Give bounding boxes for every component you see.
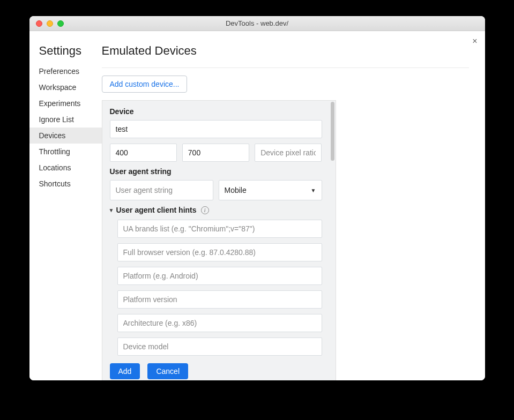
ua-brands-input[interactable] [117, 220, 322, 238]
device-dpr-input[interactable] [255, 144, 322, 162]
platform-version-input[interactable] [117, 290, 322, 309]
device-form: Device User agent string Mobile ▼ [102, 100, 330, 380]
traffic-lights [29, 20, 64, 27]
close-icon[interactable]: × [472, 36, 477, 46]
content-area: × Settings Preferences Workspace Experim… [29, 31, 485, 380]
titlebar: DevTools - web.dev/ [29, 16, 485, 31]
add-custom-device-button[interactable]: Add custom device... [102, 76, 188, 93]
window-minimize-button[interactable] [47, 20, 53, 27]
scrollbar[interactable] [330, 100, 336, 380]
sidebar-item-devices[interactable]: Devices [29, 128, 102, 144]
window-close-button[interactable] [36, 20, 42, 27]
device-section-label: Device [110, 107, 322, 116]
device-model-input[interactable] [117, 338, 322, 356]
window: DevTools - web.dev/ × Settings Preferenc… [29, 16, 485, 380]
client-hints-disclosure[interactable]: ▼ User agent client hints i [109, 206, 322, 214]
sidebar-item-locations[interactable]: Locations [29, 160, 102, 176]
ua-section-label: User agent string [110, 167, 322, 176]
ua-type-select[interactable]: Mobile ▼ [219, 180, 322, 200]
sidebar-item-throttling[interactable]: Throttling [29, 144, 102, 160]
ua-string-input[interactable] [110, 180, 213, 200]
sidebar-item-shortcuts[interactable]: Shortcuts [29, 176, 102, 192]
add-button[interactable]: Add [110, 363, 140, 379]
sidebar-item-preferences[interactable]: Preferences [29, 63, 102, 79]
sidebar-item-experiments[interactable]: Experiments [29, 95, 102, 111]
device-height-input[interactable] [182, 144, 249, 162]
sidebar: Settings Preferences Workspace Experimen… [29, 31, 102, 380]
device-name-input[interactable] [110, 120, 322, 138]
main: Emulated Devices Add custom device... De… [102, 31, 485, 380]
platform-input[interactable] [117, 267, 322, 285]
sidebar-item-workspace[interactable]: Workspace [29, 79, 102, 95]
window-zoom-button[interactable] [57, 20, 64, 27]
ua-type-value: Mobile [225, 186, 247, 194]
cancel-button[interactable]: Cancel [147, 363, 188, 379]
chevron-down-icon: ▼ [311, 188, 316, 193]
sidebar-item-ignore-list[interactable]: Ignore List [29, 111, 102, 128]
window-title: DevTools - web.dev/ [29, 19, 485, 27]
scrollbar-thumb[interactable] [331, 102, 334, 161]
device-form-container: Device User agent string Mobile ▼ [102, 100, 469, 380]
info-icon[interactable]: i [201, 206, 209, 214]
architecture-input[interactable] [117, 314, 322, 332]
client-hints-group [110, 220, 322, 361]
sidebar-title: Settings [29, 44, 102, 63]
page-title: Emulated Devices [102, 44, 469, 68]
client-hints-label: User agent client hints [116, 206, 196, 214]
form-buttons: Add Cancel [110, 363, 322, 379]
device-width-input[interactable] [110, 144, 177, 162]
triangle-down-icon: ▼ [109, 207, 114, 213]
full-version-input[interactable] [117, 243, 322, 261]
